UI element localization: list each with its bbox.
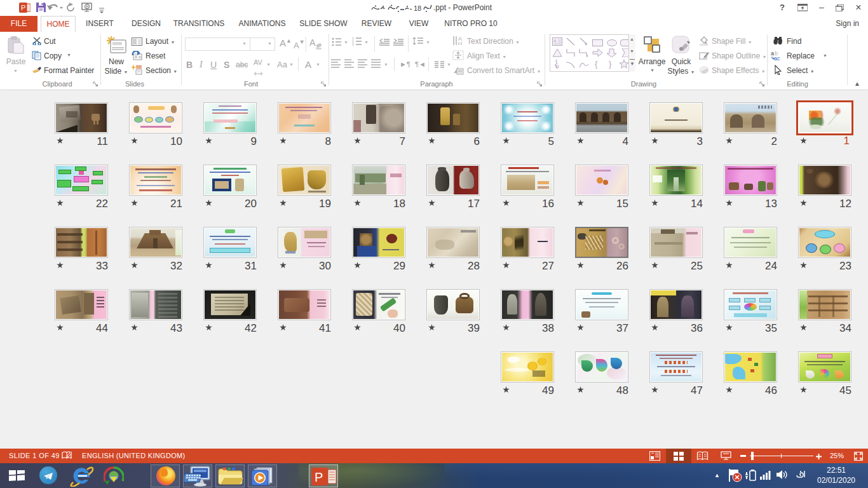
svg-text:P: P bbox=[21, 4, 25, 11]
svg-text:P: P bbox=[315, 470, 323, 484]
svg-text:A: A bbox=[553, 39, 557, 43]
svg-text:ac: ac bbox=[774, 55, 780, 61]
svg-text:3: 3 bbox=[352, 43, 354, 46]
svg-text:A: A bbox=[458, 36, 462, 42]
svg-text:18: 18 bbox=[414, 4, 421, 12]
